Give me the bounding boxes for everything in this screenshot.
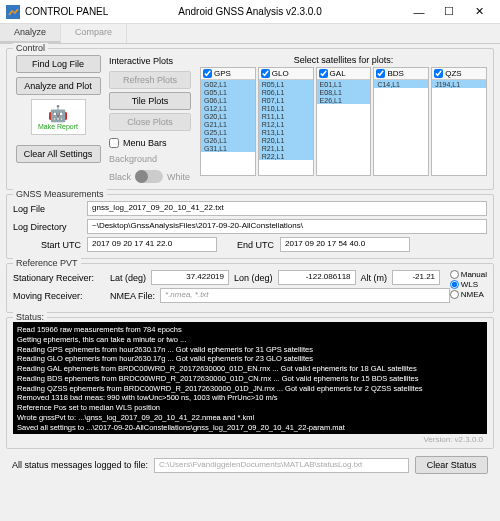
sat-item[interactable]: R05,L1 [259, 80, 313, 88]
lon-input[interactable]: -122.086118 [278, 270, 356, 285]
menu-bars-checkbox[interactable] [109, 138, 119, 148]
clear-all-button[interactable]: Clear All Settings [16, 145, 101, 163]
menu-bars-label: Menu Bars [123, 138, 167, 148]
manual-radio[interactable] [450, 270, 459, 279]
sat-item[interactable]: R20,L1 [259, 136, 313, 144]
tab-analyze[interactable]: Analyze [0, 24, 61, 43]
sat-label: GLO [272, 69, 289, 78]
sat-box-gal: GALE01,L1E08,L1E26,L1 [316, 67, 372, 176]
sat-item[interactable]: R22,L1 [259, 152, 313, 160]
minimize-button[interactable]: — [404, 1, 434, 23]
log-dir-input[interactable]: ~\Desktop\GnssAnalysisFiles\2017-09-20-A… [87, 219, 487, 234]
log-file-label: Log File [13, 204, 81, 214]
background-toggle[interactable] [135, 170, 163, 183]
app-icon [6, 5, 20, 19]
sat-item[interactable]: E26,L1 [317, 96, 371, 104]
find-log-button[interactable]: Find Log File [16, 55, 101, 73]
black-label: Black [109, 172, 131, 182]
tile-plots-button[interactable]: Tile Plots [109, 92, 191, 110]
status-line: Getting ephemeris, this can take a minut… [17, 335, 483, 345]
titlebar: CONTROL PANEL Android GNSS Analysis v2.3… [0, 0, 500, 24]
status-title: Status: [13, 312, 47, 322]
control-group: Control Find Log File Analyze and Plot 🤖… [6, 48, 494, 190]
version-label: Version: v2.3.0.0 [13, 434, 487, 446]
clear-status-button[interactable]: Clear Status [415, 456, 488, 474]
footer-path-input[interactable]: C:\Users\FvandiggelenDocuments\MATLAB\st… [154, 458, 409, 473]
tab-bar: Analyze Compare [0, 24, 500, 44]
status-line: Reference Pos set to median WLS position [17, 403, 483, 413]
start-utc-input[interactable]: 2017 09 20 17 41 22.0 [87, 237, 217, 252]
footer-label: All status messages logged to file: [12, 460, 148, 470]
end-utc-label: End UTC [237, 240, 274, 250]
sat-checkbox-gal[interactable] [319, 69, 328, 78]
close-plots-button[interactable]: Close Plots [109, 113, 191, 131]
sat-item[interactable]: G12,L1 [201, 104, 255, 112]
sat-item[interactable]: R21,L1 [259, 144, 313, 152]
pvt-title: Reference PVT [13, 258, 81, 268]
nmea-radio[interactable] [450, 290, 459, 299]
sat-item[interactable]: R10,L1 [259, 104, 313, 112]
sat-label: GAL [330, 69, 346, 78]
background-label: Background [109, 154, 157, 164]
android-icon: 🤖 [48, 104, 68, 123]
sat-checkbox-gps[interactable] [203, 69, 212, 78]
sat-item[interactable]: R12,L1 [259, 120, 313, 128]
sat-checkbox-glo[interactable] [261, 69, 270, 78]
sat-label: QZS [445, 69, 461, 78]
plots-title: Interactive Plots [109, 56, 194, 66]
status-line: Reading GAL ephemeris from BRDC00WRD_R_2… [17, 364, 483, 374]
analyze-plot-button[interactable]: Analyze and Plot [16, 77, 101, 95]
status-line: Read 15966 raw measurements from 784 epo… [17, 325, 483, 335]
sat-item[interactable]: J194,L1 [432, 80, 486, 88]
status-line: Reading GLO ephemeris from hour2630.17g … [17, 354, 483, 364]
wls-label: WLS [461, 280, 478, 289]
tab-compare[interactable]: Compare [61, 24, 127, 43]
sat-label: BDS [387, 69, 403, 78]
refresh-plots-button[interactable]: Refresh Plots [109, 71, 191, 89]
sat-item[interactable]: R11,L1 [259, 112, 313, 120]
log-dir-label: Log Directory [13, 222, 81, 232]
log-file-input[interactable]: gnss_log_2017_09_20_10_41_22.txt [87, 201, 487, 216]
sat-item[interactable]: G02,L1 [201, 80, 255, 88]
status-line: Saved all settings to ...\2017-09-20-All… [17, 423, 483, 433]
gnss-title: GNSS Measurements [13, 189, 107, 199]
maximize-button[interactable]: ☐ [434, 1, 464, 23]
make-report-label: Make Report [38, 123, 78, 130]
white-label: White [167, 172, 190, 182]
sat-box-glo: GLOR05,L1R06,L1R07,L1R10,L1R11,L1R12,L1R… [258, 67, 314, 176]
nmea-file-label: NMEA File: [110, 291, 155, 301]
start-utc-label: Start UTC [13, 240, 81, 250]
status-line: Reading BDS ephemeris from BRDC00WRD_R_2… [17, 374, 483, 384]
close-button[interactable]: ✕ [464, 1, 494, 23]
sat-item[interactable]: G25,L1 [201, 128, 255, 136]
end-utc-input[interactable]: 2017 09 20 17 54 40.0 [280, 237, 410, 252]
sat-item[interactable]: G20,L1 [201, 112, 255, 120]
alt-input[interactable]: -21.21 [392, 270, 440, 285]
control-title: Control [13, 43, 48, 53]
app-name: CONTROL PANEL [25, 6, 404, 17]
lat-input[interactable]: 37.422019 [151, 270, 229, 285]
sat-item[interactable]: E01,L1 [317, 80, 371, 88]
sat-checkbox-bds[interactable] [376, 69, 385, 78]
status-line: Reading QZSS ephemeris from BRDC00WRD_R_… [17, 384, 483, 394]
sat-item[interactable]: C14,L1 [374, 80, 428, 88]
sat-item[interactable]: R06,L1 [259, 88, 313, 96]
status-line: Removed 1318 bad meas: 990 with towUnc>5… [17, 393, 483, 403]
sat-item[interactable]: R07,L1 [259, 96, 313, 104]
sat-item[interactable]: G05,L1 [201, 88, 255, 96]
stationary-label: Stationary Receiver: [13, 273, 105, 283]
status-line: Reading GPS ephemeris from hour2630.17n … [17, 345, 483, 355]
wls-radio[interactable] [450, 280, 459, 289]
gnss-group: GNSS Measurements Log File gnss_log_2017… [6, 194, 494, 259]
sat-item[interactable]: G31,L1 [201, 144, 255, 152]
make-report-button[interactable]: 🤖 Make Report [31, 99, 86, 135]
nmea-file-input[interactable]: *.nmea, *.txt [160, 288, 450, 303]
sat-item[interactable]: G26,L1 [201, 136, 255, 144]
sat-item[interactable]: E08,L1 [317, 88, 371, 96]
sat-box-gps: GPSG02,L1G05,L1G06,L1G12,L1G20,L1G21,L1G… [200, 67, 256, 176]
sat-item[interactable]: R13,L1 [259, 128, 313, 136]
sat-item[interactable]: G21,L1 [201, 120, 255, 128]
sat-item[interactable]: G06,L1 [201, 96, 255, 104]
manual-label: Manual [461, 270, 487, 279]
sat-checkbox-qzs[interactable] [434, 69, 443, 78]
